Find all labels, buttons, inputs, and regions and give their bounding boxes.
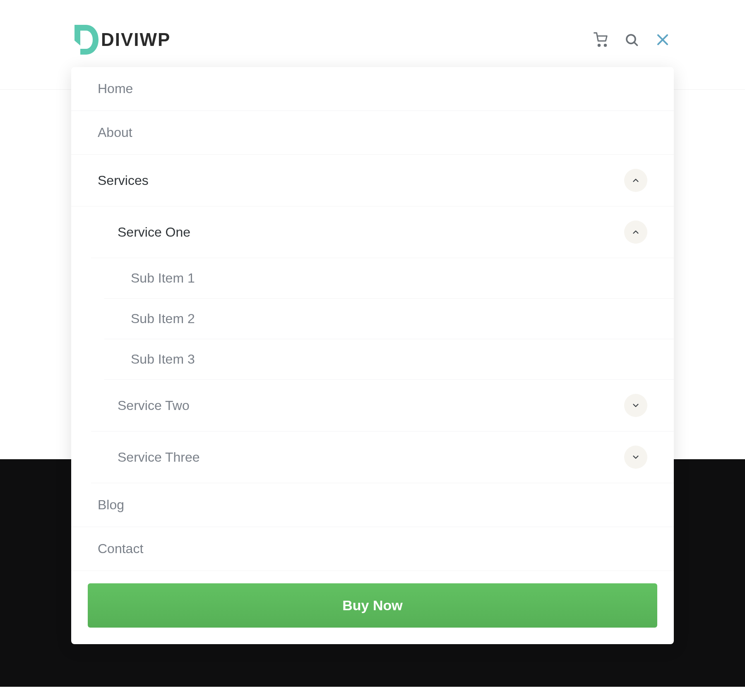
menu-item-label: Service One — [118, 225, 190, 240]
menu-item-contact[interactable]: Contact — [71, 527, 674, 571]
menu-list: Home About Services Service One — [71, 67, 674, 571]
menu-item-sub-item-1[interactable]: Sub Item 1 — [104, 258, 674, 299]
menu-item-sub-item-3[interactable]: Sub Item 3 — [104, 339, 674, 380]
logo-mark-icon — [74, 25, 99, 55]
close-icon[interactable] — [655, 32, 670, 48]
submenu-service-one: Sub Item 1 Sub Item 2 Sub Item 3 — [91, 258, 674, 380]
menu-item-sub-item-2[interactable]: Sub Item 2 — [104, 299, 674, 339]
collapse-button[interactable] — [624, 221, 647, 244]
menu-item-service-three[interactable]: Service Three — [91, 432, 674, 483]
menu-item-label: Sub Item 2 — [131, 311, 195, 326]
chevron-up-icon — [631, 176, 640, 185]
menu-item-service-one[interactable]: Service One — [91, 206, 674, 258]
menu-item-home[interactable]: Home — [71, 67, 674, 111]
expand-button[interactable] — [624, 446, 647, 469]
chevron-up-icon — [631, 228, 640, 237]
logo-text-divi: DIVI — [101, 29, 140, 50]
menu-item-label: About — [98, 125, 132, 140]
mobile-menu-panel: Home About Services Service One — [71, 67, 674, 644]
header: DIVIWP — [0, 0, 745, 67]
menu-item-about[interactable]: About — [71, 111, 674, 155]
svg-point-0 — [598, 44, 600, 46]
logo[interactable]: DIVIWP — [74, 25, 171, 55]
submenu-services: Service One Sub Item 1 Sub Item 2 — [71, 206, 674, 483]
menu-item-label: Sub Item 1 — [131, 271, 195, 286]
expand-button[interactable] — [624, 394, 647, 417]
menu-item-service-two[interactable]: Service Two — [91, 380, 674, 432]
logo-text-wp: WP — [140, 29, 171, 50]
menu-item-label: Blog — [98, 497, 124, 513]
svg-point-1 — [604, 44, 606, 46]
menu-item-label: Sub Item 3 — [131, 352, 195, 367]
chevron-down-icon — [631, 453, 640, 462]
svg-line-3 — [634, 42, 637, 46]
menu-item-label: Service Two — [118, 398, 190, 413]
menu-item-label: Home — [98, 81, 133, 96]
logo-text: DIVIWP — [101, 29, 171, 50]
cta-wrapper: Buy Now — [71, 571, 674, 628]
buy-now-button[interactable]: Buy Now — [88, 583, 657, 628]
cart-icon[interactable] — [594, 32, 608, 47]
menu-item-label: Contact — [98, 541, 143, 556]
search-icon[interactable] — [624, 32, 639, 47]
menu-item-blog[interactable]: Blog — [71, 483, 674, 527]
menu-item-label: Services — [98, 173, 149, 188]
menu-item-label: Service Three — [118, 450, 200, 465]
chevron-down-icon — [631, 401, 640, 410]
menu-item-services[interactable]: Services — [71, 155, 674, 206]
header-actions — [594, 32, 670, 48]
collapse-button[interactable] — [624, 169, 647, 192]
